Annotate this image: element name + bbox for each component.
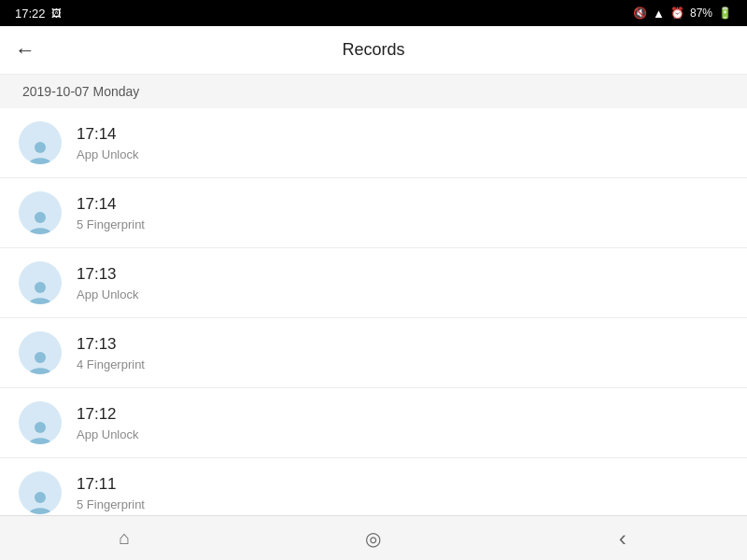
avatar — [19, 191, 62, 234]
status-bar: 17:22 🖼 🔇 ▲ ⏰ 87% 🔋 — [0, 0, 747, 26]
svg-point-1 — [35, 212, 46, 223]
record-time: 17:12 — [77, 404, 728, 425]
recent-icon: ◎ — [365, 527, 381, 550]
avatar — [19, 331, 62, 374]
record-item[interactable]: 17:14 5 Fingerprint — [0, 178, 747, 248]
image-icon: 🖼 — [51, 7, 62, 19]
record-item[interactable]: 17:12 App Unlock — [0, 388, 747, 458]
record-time: 17:14 — [77, 194, 728, 215]
svg-point-2 — [35, 282, 46, 293]
battery-text: 87% — [690, 7, 712, 20]
svg-point-0 — [35, 142, 46, 153]
recent-apps-button[interactable]: ◎ — [345, 516, 402, 560]
alarm-icon: ⏰ — [670, 7, 684, 20]
avatar — [19, 121, 62, 164]
record-subtext: App Unlock — [77, 147, 728, 161]
record-subtext: 5 Fingerprint — [77, 497, 728, 511]
record-time: 17:11 — [77, 474, 728, 495]
record-info: 17:14 5 Fingerprint — [77, 194, 728, 231]
record-time: 17:14 — [77, 124, 728, 145]
home-button[interactable]: ⌂ — [96, 516, 152, 560]
records-list[interactable]: 17:14 App Unlock 17:14 5 Fingerprint — [0, 108, 747, 515]
record-item[interactable]: 17:13 App Unlock — [0, 248, 747, 318]
page-title: Records — [50, 40, 697, 60]
record-info: 17:14 App Unlock — [77, 124, 728, 161]
svg-point-5 — [35, 492, 46, 503]
record-info: 17:12 App Unlock — [77, 404, 728, 441]
time-display: 17:22 — [15, 7, 46, 21]
app-bar: ← Records — [0, 26, 747, 75]
record-info: 17:13 App Unlock — [77, 264, 728, 301]
record-item[interactable]: 17:14 App Unlock — [0, 108, 747, 178]
record-item[interactable]: 17:11 5 Fingerprint — [0, 458, 747, 515]
avatar — [19, 261, 62, 304]
back-nav-button[interactable]: ‹ — [595, 516, 651, 560]
mute-icon: 🔇 — [633, 7, 647, 20]
svg-point-4 — [35, 422, 46, 433]
record-time: 17:13 — [77, 264, 728, 285]
svg-point-3 — [35, 352, 46, 363]
status-icons: 🔇 ▲ ⏰ 87% 🔋 — [633, 7, 732, 21]
avatar — [19, 401, 62, 444]
record-info: 17:13 4 Fingerprint — [77, 334, 728, 371]
record-info: 17:11 5 Fingerprint — [77, 474, 728, 511]
status-time: 17:22 🖼 — [15, 7, 62, 21]
date-header: 2019-10-07 Monday — [0, 75, 747, 108]
record-item[interactable]: 17:13 4 Fingerprint — [0, 318, 747, 388]
avatar — [19, 471, 62, 514]
back-button[interactable]: ← — [15, 40, 35, 61]
record-subtext: 5 Fingerprint — [77, 217, 728, 231]
record-subtext: App Unlock — [77, 287, 728, 301]
bottom-nav: ⌂ ◎ ‹ — [0, 515, 747, 560]
record-subtext: App Unlock — [77, 427, 728, 441]
record-time: 17:13 — [77, 334, 728, 355]
wifi-icon: ▲ — [653, 7, 665, 21]
back-nav-icon: ‹ — [619, 525, 627, 552]
home-icon: ⌂ — [119, 527, 130, 549]
record-subtext: 4 Fingerprint — [77, 357, 728, 371]
date-text: 2019-10-07 Monday — [22, 84, 139, 99]
battery-icon: 🔋 — [718, 7, 732, 20]
